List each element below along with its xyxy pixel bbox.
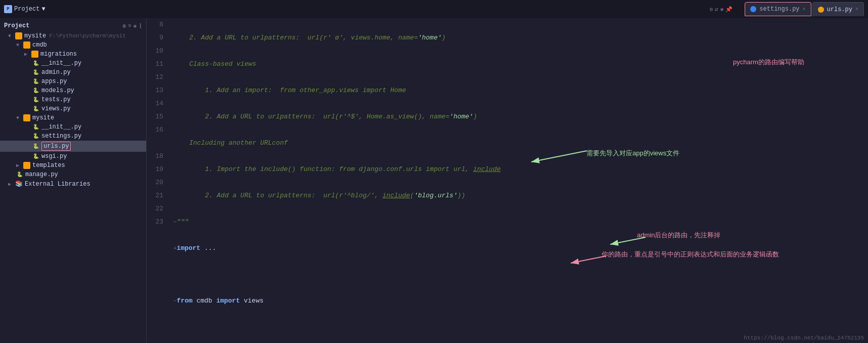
code-line-10: 1. Add an import: from other_app.views i… xyxy=(173,84,864,97)
tree-item-init-cmdb[interactable]: 🐍 __init__.py xyxy=(0,59,146,68)
folder-icon-migrations xyxy=(31,51,38,58)
tab-urls-label: urls.py xyxy=(827,6,852,13)
tree-item-apps[interactable]: 🐍 apps.py xyxy=(0,77,146,86)
py-icon-settings: 🐍 xyxy=(32,133,39,140)
arrow-cmdb: ▼ xyxy=(16,42,23,48)
sidebar-icon4[interactable]: | xyxy=(139,23,142,29)
sidebar-icon2[interactable]: ≡ xyxy=(128,23,131,29)
tree-item-cmdb[interactable]: ▼ cmdb xyxy=(0,40,146,50)
settings-icon[interactable]: ⚙ xyxy=(709,6,713,13)
models-label: models.py xyxy=(41,87,74,94)
project-icon: P xyxy=(4,5,12,13)
code-line-11: 2. Add a URL to urlpatterns: url(r'^$', … xyxy=(173,110,864,123)
watermark: https://blog.csdn.net/baidu_24752135 xyxy=(744,335,864,341)
tab-settings[interactable]: settings.py × xyxy=(745,2,811,16)
external-label: External Libraries xyxy=(25,181,90,188)
tab-urls[interactable]: urls.py × xyxy=(812,2,864,16)
tree-item-admin[interactable]: 🐍 admin.py xyxy=(0,68,146,77)
dropdown-arrow[interactable]: ▼ xyxy=(41,6,45,13)
arrow-templates: ▶ xyxy=(16,162,23,168)
gear-icon[interactable]: ✱ xyxy=(720,6,724,13)
py-icon-models: 🐍 xyxy=(32,87,39,94)
main-area: Project ⊕ ≡ ✱ | ▼ mysite F:\Python\pycha… xyxy=(0,18,868,343)
code-editor[interactable]: 8 9 10 11 12 13 14 15 16 18 19 20 21 22 … xyxy=(147,18,868,343)
py-icon-wsgi: 🐍 xyxy=(32,153,39,160)
mysite-sub-label: mysite xyxy=(32,114,54,121)
py-icon-tests: 🐍 xyxy=(32,96,39,103)
tree-item-mysite-sub[interactable]: ▼ mysite xyxy=(0,113,146,122)
arrow-migrations: ▶ xyxy=(24,51,31,57)
toolbar-icons: ⚙ ⇄ ✱ 📌 xyxy=(709,6,733,13)
project-label[interactable]: Project xyxy=(14,6,39,13)
code-line-13: 1. Import the include() function: from d… xyxy=(173,163,864,176)
arrow-mysite: ▼ xyxy=(8,33,15,39)
arrow-external: ▶ xyxy=(8,181,15,187)
sidebar: Project ⊕ ≡ ✱ | ▼ mysite F:\Python\pycha… xyxy=(0,18,147,343)
py2-icon-manage: 🐍 xyxy=(16,171,23,178)
tree-item-wsgi[interactable]: 🐍 wsgi.py xyxy=(0,152,146,161)
py-icon-apps: 🐍 xyxy=(32,78,39,85)
folder-icon-mysite xyxy=(15,32,22,39)
urls-label: urls.py xyxy=(41,142,71,151)
sidebar-icon1[interactable]: ⊕ xyxy=(123,23,126,29)
folder-icon-mysite-sub xyxy=(23,114,30,121)
tree-item-manage[interactable]: 🐍 manage.py xyxy=(0,170,146,179)
py-icon-init: 🐍 xyxy=(32,60,39,67)
migrations-label: migrations xyxy=(40,51,77,58)
py-icon-admin: 🐍 xyxy=(32,69,39,76)
py-icon-urls: 🐍 xyxy=(32,143,39,150)
tree-item-mysite-root[interactable]: ▼ mysite F:\Python\pycharm\mysit xyxy=(0,31,146,40)
admin-label: admin.py xyxy=(41,69,71,76)
sidebar-title: Project xyxy=(4,22,29,29)
code-line-14: 2. Add a URL to urlpatterns: url(r'^blog… xyxy=(173,189,864,202)
line-numbers: 8 9 10 11 12 13 14 15 16 18 19 20 21 22 … xyxy=(147,18,169,343)
title-bar: P Project ▼ ⚙ ⇄ ✱ 📌 settings.py × urls.p… xyxy=(0,0,868,18)
settings-label: settings.py xyxy=(41,133,81,140)
tree-item-urls[interactable]: 🐍 urls.py xyxy=(0,141,146,152)
init-cmdb-label: __init__.py xyxy=(41,60,81,67)
tree-item-views[interactable]: 🐍 views.py xyxy=(0,104,146,113)
views-label: views.py xyxy=(41,105,71,112)
tab-settings-close[interactable]: × xyxy=(803,7,806,12)
code-line-15: −""" xyxy=(173,216,864,229)
library-icon: 📚 xyxy=(15,180,23,188)
code-line-9: Class-based views xyxy=(173,58,864,71)
mysite-root-label: mysite xyxy=(24,32,46,39)
tab-settings-label: settings.py xyxy=(759,6,799,13)
tree-item-templates[interactable]: ▶ templates xyxy=(0,161,146,170)
py-icon xyxy=(750,6,756,12)
code-line-12: Including another URLconf xyxy=(173,137,864,150)
py2-icon xyxy=(818,7,824,13)
tab-bar: settings.py × urls.py × xyxy=(745,2,864,16)
sidebar-toolbar: ⊕ ≡ ✱ | xyxy=(123,23,142,29)
wsgi-label: wsgi.py xyxy=(41,153,67,160)
tree-item-init-mysite[interactable]: 🐍 __init__.py xyxy=(0,122,146,132)
arrow-mysite-sub: ▼ xyxy=(16,115,23,121)
sync-icon[interactable]: ⇄ xyxy=(715,6,718,13)
py-icon-views: 🐍 xyxy=(32,105,39,112)
tree-item-models[interactable]: 🐍 models.py xyxy=(0,86,146,95)
code-content: 2. Add a URL to urlpatterns: url(r' ø', … xyxy=(169,18,868,343)
title-bar-left: P Project ▼ xyxy=(4,5,45,13)
tree-item-settings[interactable]: 🐍 settings.py xyxy=(0,132,146,141)
py-icon-init2: 🐍 xyxy=(32,123,39,131)
tree-item-migrations[interactable]: ▶ migrations xyxy=(0,50,146,59)
code-area: 8 9 10 11 12 13 14 15 16 18 19 20 21 22 … xyxy=(147,18,868,343)
init-mysite-label: __init__.py xyxy=(41,123,81,131)
sidebar-header: Project ⊕ ≡ ✱ | xyxy=(0,20,146,31)
cmdb-label: cmdb xyxy=(32,41,47,49)
mysite-path: F:\Python\pycharm\mysit xyxy=(49,33,126,39)
code-line-17 xyxy=(173,268,864,281)
code-line-8: 2. Add a URL to urlpatterns: url(r' ø', … xyxy=(173,31,864,45)
sidebar-icon3[interactable]: ✱ xyxy=(133,23,137,29)
tree-item-tests[interactable]: 🐍 tests.py xyxy=(0,95,146,104)
pin-icon[interactable]: 📌 xyxy=(725,6,733,13)
code-line-19 xyxy=(173,321,864,334)
tab-urls-close[interactable]: × xyxy=(855,7,858,12)
code-line-16: +import ... xyxy=(173,242,864,255)
folder-icon-templates xyxy=(23,162,30,169)
tree-item-external[interactable]: ▶ 📚 External Libraries xyxy=(0,179,146,189)
code-line-18: −from cmdb import views xyxy=(173,294,864,308)
folder-icon-cmdb xyxy=(23,41,30,49)
tests-label: tests.py xyxy=(41,96,71,103)
